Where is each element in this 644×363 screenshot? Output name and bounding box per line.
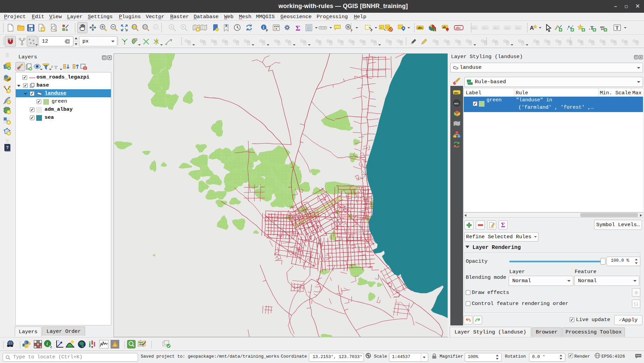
svg-text:Σ: Σ [296,24,300,32]
svg-text:A: A [530,25,534,31]
svg-text:ab: ab [443,25,446,29]
svg-text:abc: abc [483,27,488,30]
svg-text:ε: ε [380,25,382,29]
svg-text:abc: abc [454,102,459,105]
svg-text:abc: abc [505,27,510,30]
svg-text:abc: abc [454,91,459,94]
svg-text:ε: ε [51,64,53,69]
svg-text:abc: abc [494,27,499,30]
svg-text:i: i [47,341,48,346]
svg-text:abc: abc [472,27,476,30]
svg-text:?: ? [6,145,9,150]
svg-text:Z: Z [634,304,636,307]
svg-text:1:1: 1:1 [154,26,157,28]
svg-text:abc: abc [417,26,423,30]
svg-text:abc: abc [456,26,461,30]
svg-text:abc: abc [516,27,521,30]
svg-text:a: a [66,28,68,32]
svg-text:abc: abc [600,25,605,29]
svg-text:T: T [616,25,619,31]
